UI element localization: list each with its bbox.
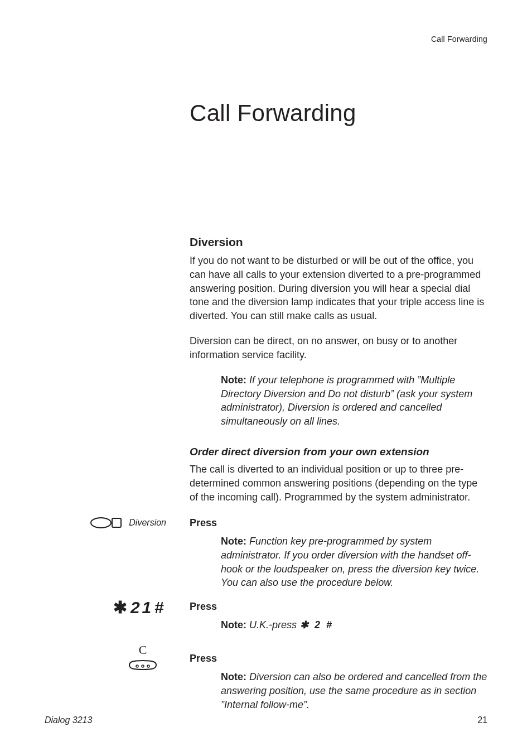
dial-digits: 2 xyxy=(315,619,322,630)
svg-rect-1 xyxy=(112,518,121,527)
star-icon: ✱ xyxy=(300,619,310,630)
note-block: Note: Diversion can also be ordered and … xyxy=(221,670,489,711)
section-diversion: Diversion If you do not want to be distu… xyxy=(190,234,489,428)
note-label: Note: xyxy=(221,671,246,682)
svg-point-3 xyxy=(142,665,144,667)
section-order-direct: Order direct diversion from your own ext… xyxy=(190,445,489,504)
star-icon: ✱ xyxy=(113,598,129,617)
uk-prefix: U.K.-press xyxy=(249,618,297,632)
cancel-c-glyph: C xyxy=(139,643,147,657)
paragraph: The call is diverted to an individual po… xyxy=(190,463,489,504)
svg-point-4 xyxy=(147,665,149,667)
note-block: Note: Function key pre-programmed by sys… xyxy=(221,535,489,590)
cancel-key-icon: C xyxy=(127,643,158,671)
paragraph: Diversion can be direct, on no answer, o… xyxy=(190,334,489,362)
svg-point-0 xyxy=(91,518,111,528)
note-block: Note: If your telephone is programmed wi… xyxy=(221,373,489,428)
note-body: Function key pre-programmed by system ad… xyxy=(221,536,479,588)
dial-digits: 21 xyxy=(130,598,153,617)
hash-icon: # xyxy=(326,619,333,630)
function-key-icon xyxy=(90,516,122,529)
function-key-label: Diversion xyxy=(129,518,166,528)
page: Call Forwarding Call Forwarding Diversio… xyxy=(0,0,532,756)
running-header: Call Forwarding xyxy=(431,35,487,44)
note-body: If your telephone is programmed with ”Mu… xyxy=(221,374,472,427)
note-body: Diversion can also be ordered and cancel… xyxy=(221,671,487,710)
press-label: Press xyxy=(190,653,489,664)
press-label: Press xyxy=(190,601,489,613)
note-body: U.K.-press ✱ 2 # xyxy=(249,618,333,632)
note-label: Note: xyxy=(221,536,246,547)
chapter-title: Call Forwarding xyxy=(190,100,356,127)
note-label: Note: xyxy=(221,374,246,386)
footer-model: Dialog 3213 xyxy=(45,715,92,725)
paragraph: If you do not want to be disturbed or wi… xyxy=(190,254,489,323)
svg-point-2 xyxy=(136,665,138,667)
note-block: Note: U.K.-press ✱ 2 # xyxy=(221,618,489,632)
dial-code: ✱ 21 # xyxy=(113,598,166,617)
heading-diversion: Diversion xyxy=(190,234,489,251)
footer-page-number: 21 xyxy=(477,715,487,725)
heading-order-direct: Order direct diversion from your own ext… xyxy=(190,445,489,459)
note-label: Note: xyxy=(221,619,246,630)
hash-icon: # xyxy=(154,598,166,617)
press-label: Press xyxy=(190,517,489,529)
